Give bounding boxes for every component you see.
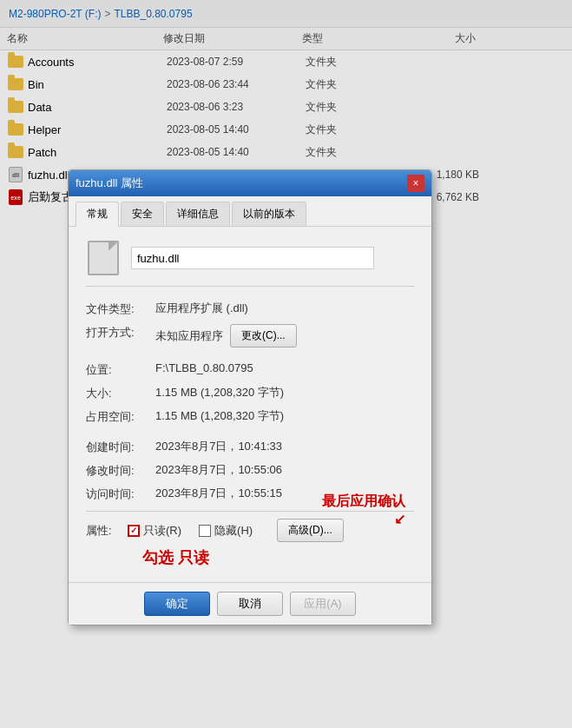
filename-input[interactable] <box>131 247 374 269</box>
prop-row-size: 大小: 1.15 MB (1,208,320 字节) <box>86 385 414 401</box>
prop-value-filetype: 应用程序扩展 (.dll) <box>155 301 414 316</box>
dialog-titlebar: fuzhu.dll 属性 × <box>69 170 431 196</box>
hidden-checkbox-item[interactable]: 隐藏(H) <box>199 523 253 539</box>
prop-row-disksize: 占用空间: 1.15 MB (1,208,320 字节) <box>86 408 414 425</box>
cancel-button[interactable]: 取消 <box>217 592 283 616</box>
dialog-footer: 确定 取消 应用(A) <box>69 582 431 625</box>
file-header <box>86 241 414 287</box>
prop-label-disksize: 占用空间: <box>86 408 155 425</box>
dialog-close-button[interactable]: × <box>407 175 424 192</box>
file-icon-shape <box>88 241 119 275</box>
prop-value-location: F:\TLBB_0.80.0795 <box>155 361 414 374</box>
properties-dialog: fuzhu.dll 属性 × 常规 安全 详细信息 以前的版本 文件类型: 应 <box>68 169 432 625</box>
hidden-checkbox[interactable] <box>199 525 211 537</box>
readonly-checkbox[interactable] <box>128 525 140 537</box>
dialog-title: fuzhu.dll 属性 <box>76 175 143 191</box>
annotation-check-readonly: 勾选 只读 <box>142 547 414 568</box>
prop-label-created: 创建时间: <box>86 439 155 455</box>
apply-button[interactable]: 应用(A) <box>290 592 356 616</box>
prop-value-openwith: 未知应用程序 <box>155 328 223 344</box>
dialog-body: 文件类型: 应用程序扩展 (.dll) 打开方式: 未知应用程序 更改(C)..… <box>69 227 431 582</box>
annotation-apply-confirm: 最后应用确认↙ <box>322 493 405 527</box>
prop-row-openwith: 打开方式: 未知应用程序 更改(C)... <box>86 324 414 347</box>
prop-label-filetype: 文件类型: <box>86 301 155 317</box>
prop-label-openwith: 打开方式: <box>86 324 155 341</box>
prop-value-created: 2023年8月7日，10:41:33 <box>155 439 414 454</box>
tab-details[interactable]: 详细信息 <box>166 202 230 226</box>
prop-label-location: 位置: <box>86 361 155 378</box>
hidden-label: 隐藏(H) <box>214 523 253 539</box>
prop-row-filetype: 文件类型: 应用程序扩展 (.dll) <box>86 301 414 317</box>
prop-label-accessed: 访问时间: <box>86 486 155 502</box>
attributes-label: 属性: <box>86 523 128 539</box>
prop-value-disksize: 1.15 MB (1,208,320 字节) <box>155 408 414 424</box>
tab-security[interactable]: 安全 <box>121 202 164 226</box>
readonly-checkbox-item[interactable]: 只读(R) <box>128 523 181 539</box>
prop-value-modified: 2023年8月7日，10:55:06 <box>155 462 414 478</box>
prop-row-modified: 修改时间: 2023年8月7日，10:55:06 <box>86 462 414 479</box>
tab-previous-versions[interactable]: 以前的版本 <box>232 202 306 226</box>
prop-label-modified: 修改时间: <box>86 462 155 479</box>
change-button[interactable]: 更改(C)... <box>230 324 297 347</box>
open-with-row: 未知应用程序 更改(C)... <box>155 324 297 347</box>
prop-row-location: 位置: F:\TLBB_0.80.0795 <box>86 361 414 378</box>
prop-row-created: 创建时间: 2023年8月7日，10:41:33 <box>86 439 414 455</box>
file-big-icon <box>86 241 121 275</box>
prop-value-size: 1.15 MB (1,208,320 字节) <box>155 385 414 400</box>
ok-button[interactable]: 确定 <box>144 592 210 616</box>
tab-general[interactable]: 常规 <box>76 202 119 227</box>
dialog-tabs: 常规 安全 详细信息 以前的版本 <box>69 196 431 227</box>
readonly-label: 只读(R) <box>143 523 181 539</box>
prop-label-size: 大小: <box>86 385 155 401</box>
